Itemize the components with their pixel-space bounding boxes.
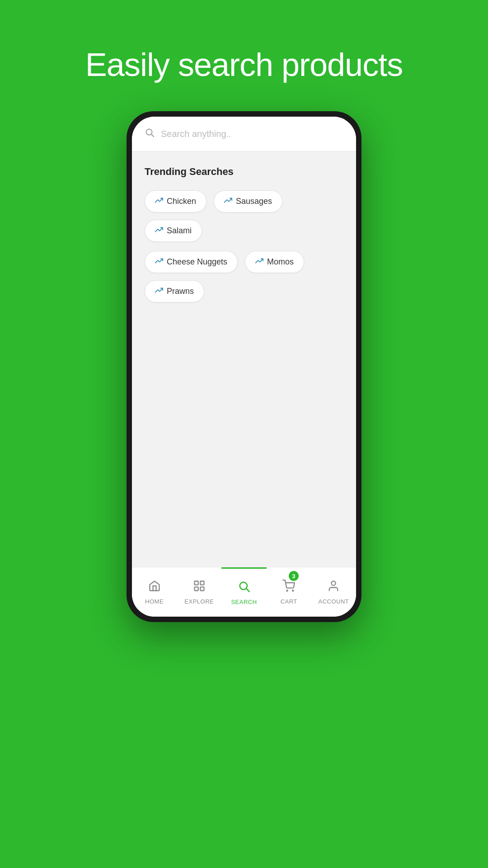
cart-badge: 3 <box>289 571 299 581</box>
trending-chips-row-2: Cheese Nuggets Momos <box>145 251 343 302</box>
chip-label: Sausages <box>236 197 272 206</box>
trending-icon <box>155 257 163 267</box>
nav-label-cart: CART <box>281 598 297 605</box>
trending-icon <box>155 286 163 297</box>
chip-sausages[interactable]: Sausages <box>214 190 282 212</box>
svg-point-10 <box>332 581 336 585</box>
chip-momos[interactable]: Momos <box>245 251 304 273</box>
nav-item-account[interactable]: ACCOUNT <box>311 567 356 617</box>
chip-prawns[interactable]: Prawns <box>145 280 204 302</box>
phone-mockup: Search anything.. Trending Searches Chic… <box>127 111 361 622</box>
svg-rect-4 <box>194 587 198 590</box>
svg-point-8 <box>287 590 288 591</box>
chip-label: Prawns <box>167 287 194 296</box>
explore-icon <box>193 580 206 595</box>
account-icon <box>327 580 340 595</box>
svg-rect-3 <box>200 581 204 585</box>
search-input-placeholder: Search anything.. <box>161 129 343 139</box>
bottom-nav: HOME EXPLORE <box>132 567 356 617</box>
search-bar[interactable]: Search anything.. <box>132 117 356 151</box>
nav-label-search: SEARCH <box>231 599 257 605</box>
svg-rect-5 <box>200 587 204 590</box>
search-icon <box>145 127 155 140</box>
trending-icon <box>224 196 232 207</box>
svg-line-1 <box>151 135 154 137</box>
trending-chips-row-1: Chicken Sausages <box>145 190 343 242</box>
nav-label-home: HOME <box>145 598 164 605</box>
chip-salami[interactable]: Salami <box>145 220 202 242</box>
nav-item-search[interactable]: SEARCH <box>221 567 266 617</box>
hero-title: Easily search products <box>85 45 403 84</box>
home-icon <box>148 580 161 595</box>
svg-point-9 <box>292 590 293 591</box>
nav-item-explore[interactable]: EXPLORE <box>177 567 221 617</box>
trending-icon <box>155 196 163 207</box>
main-content: Trending Searches Chicken <box>132 151 356 567</box>
chip-label: Cheese Nuggets <box>167 257 227 267</box>
trending-icon <box>155 226 163 236</box>
phone-screen: Search anything.. Trending Searches Chic… <box>132 117 356 617</box>
cart-icon <box>282 580 295 595</box>
chip-label: Momos <box>267 257 294 267</box>
chip-chicken[interactable]: Chicken <box>145 190 206 212</box>
trending-section-title: Trending Searches <box>145 166 343 178</box>
svg-rect-2 <box>194 581 198 585</box>
nav-item-cart[interactable]: 3 CART <box>267 567 311 617</box>
chip-label: Chicken <box>167 197 196 206</box>
search-nav-icon <box>238 580 250 596</box>
chip-label: Salami <box>167 226 192 236</box>
svg-line-7 <box>246 589 249 592</box>
nav-item-home[interactable]: HOME <box>132 567 177 617</box>
nav-label-explore: EXPLORE <box>184 598 214 605</box>
trending-icon <box>255 257 263 267</box>
nav-label-account: ACCOUNT <box>319 598 349 605</box>
chip-cheese-nuggets[interactable]: Cheese Nuggets <box>145 251 238 273</box>
